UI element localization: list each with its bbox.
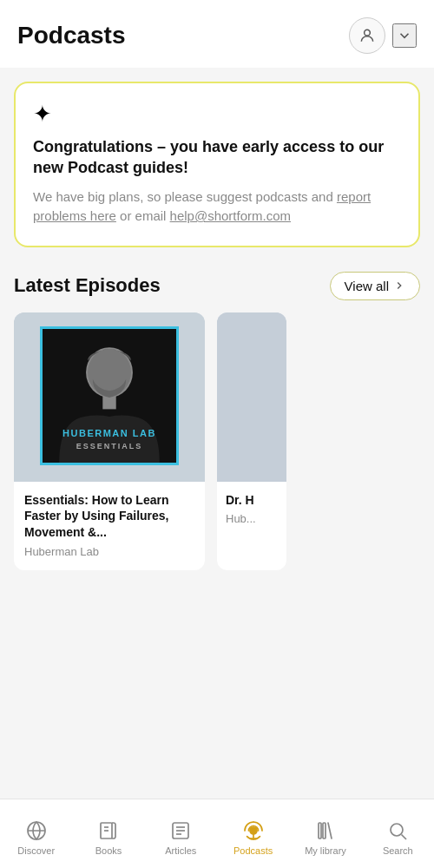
congrats-body: We have big plans, so please suggest pod… — [33, 187, 401, 227]
svg-line-21 — [402, 834, 407, 839]
header: Podcasts — [0, 0, 434, 68]
avatar-button[interactable] — [349, 17, 385, 54]
svg-rect-6 — [217, 312, 286, 482]
svg-point-0 — [365, 30, 371, 36]
podcast-cover-sub: ESSENTIALS — [43, 442, 176, 450]
svg-point-4 — [88, 349, 131, 396]
episode-info: Essentials: How to Learn Faster by Using… — [14, 482, 205, 571]
congrats-body-text-1: We have big plans, so please suggest pod… — [33, 189, 337, 204]
nav-item-search[interactable]: Search — [362, 812, 434, 856]
svg-rect-18 — [319, 823, 321, 838]
nav-label-books: Books — [95, 845, 122, 856]
episode-thumbnail: HUBERMAN LAB ESSENTIALS — [14, 312, 205, 482]
bottom-nav: Discover Books Articles — [0, 799, 434, 868]
svg-rect-19 — [323, 823, 326, 838]
search-icon — [386, 819, 409, 842]
svg-point-20 — [391, 824, 403, 836]
nav-item-discover[interactable]: Discover — [0, 812, 72, 856]
nav-label-search: Search — [383, 845, 413, 856]
star-icon: ✦ — [33, 101, 401, 128]
podcast-cover-name: HUBERMAN LAB — [43, 428, 176, 439]
view-all-label: View all — [345, 279, 389, 293]
chevron-right-icon — [393, 279, 405, 292]
nav-item-library[interactable]: My library — [289, 812, 361, 856]
header-actions — [349, 17, 417, 54]
page-title: Podcasts — [17, 22, 126, 49]
svg-point-15 — [250, 827, 257, 834]
nav-label-articles: Articles — [165, 845, 196, 856]
episode-card-partial[interactable]: Dr. H Hub... — [217, 312, 286, 571]
nav-item-articles[interactable]: Articles — [145, 812, 217, 856]
latest-episodes-header: Latest Episodes View all — [14, 272, 420, 300]
view-all-button[interactable]: View all — [330, 272, 420, 300]
podcast-cover: HUBERMAN LAB ESSENTIALS — [40, 326, 179, 465]
book-icon — [97, 819, 120, 842]
dropdown-chevron-button[interactable] — [392, 23, 417, 48]
articles-icon — [169, 819, 192, 842]
episode-card[interactable]: HUBERMAN LAB ESSENTIALS Essentials: How … — [14, 312, 205, 571]
partial-info: Dr. H Hub... — [217, 482, 286, 538]
partial-podcast-label: Hub... — [226, 512, 278, 525]
email-link[interactable]: help@shortform.com — [170, 208, 291, 223]
congrats-body-text-2: or email — [116, 208, 170, 223]
library-icon — [314, 819, 337, 842]
nav-label-podcasts: Podcasts — [233, 845, 273, 856]
partial-title: Dr. H — [226, 492, 278, 509]
episode-podcast-label: Huberman Lab — [24, 545, 194, 558]
nav-label-library: My library — [305, 845, 346, 856]
globe-icon — [25, 819, 48, 842]
partial-thumbnail — [217, 312, 286, 482]
nav-item-books[interactable]: Books — [72, 812, 144, 856]
episodes-scroll-container[interactable]: HUBERMAN LAB ESSENTIALS Essentials: How … — [14, 312, 420, 575]
latest-episodes-title: Latest Episodes — [14, 274, 161, 297]
nav-item-podcasts[interactable]: Podcasts — [217, 812, 289, 856]
congrats-title: Congratulations – you have early access … — [33, 136, 401, 179]
main-content: ✦ Congratulations – you have early acces… — [0, 68, 434, 661]
podcasts-icon — [242, 819, 265, 842]
episode-title: Essentials: How to Learn Faster by Using… — [24, 492, 194, 542]
nav-label-discover: Discover — [17, 845, 55, 856]
congrats-card: ✦ Congratulations – you have early acces… — [14, 82, 420, 247]
